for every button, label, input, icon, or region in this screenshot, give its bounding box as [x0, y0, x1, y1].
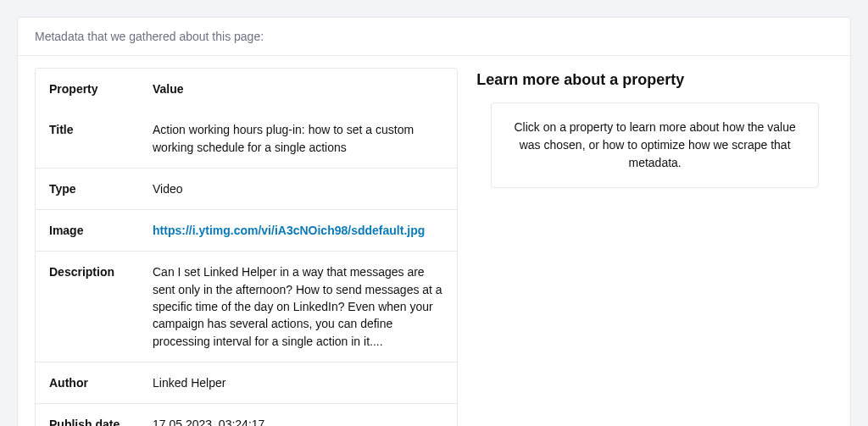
row-author-value: Linked Helper — [139, 362, 457, 404]
card-header-text: Metadata that we gathered about this pag… — [18, 18, 850, 56]
row-image-label: Image — [36, 210, 139, 252]
row-publish-value: 17.05.2023, 03:24:17 — [139, 404, 457, 426]
row-description-label: Description — [36, 252, 139, 362]
row-type-value: Video — [139, 169, 457, 210]
col-property: Property — [36, 69, 139, 109]
col-value: Value — [139, 69, 457, 109]
card-body: Property Value Title Action working hour… — [18, 56, 850, 426]
row-title-label: Title — [36, 109, 139, 169]
row-author-label: Author — [36, 362, 139, 404]
table-header-row: Property Value — [36, 69, 457, 109]
row-type[interactable]: Type Video — [36, 169, 457, 210]
sidebar: Learn more about a property Click on a p… — [476, 68, 833, 426]
sidebar-title: Learn more about a property — [476, 71, 833, 89]
row-image-link[interactable]: https://i.ytimg.com/vi/iA3cNOich98/sddef… — [153, 224, 425, 237]
metadata-card: Metadata that we gathered about this pag… — [17, 17, 851, 426]
row-publish-label: Publish date — [36, 404, 139, 426]
row-description-value: Can I set Linked Helper in a way that me… — [139, 252, 457, 362]
sidebar-hint: Click on a property to learn more about … — [491, 102, 819, 188]
row-title-value: Action working hours plug-in: how to set… — [139, 109, 457, 169]
metadata-table: Property Value Title Action working hour… — [35, 68, 458, 426]
row-description[interactable]: Description Can I set Linked Helper in a… — [36, 252, 457, 362]
row-image[interactable]: Image https://i.ytimg.com/vi/iA3cNOich98… — [36, 210, 457, 252]
row-publish[interactable]: Publish date 17.05.2023, 03:24:17 — [36, 404, 457, 426]
row-title[interactable]: Title Action working hours plug-in: how … — [36, 109, 457, 169]
row-author[interactable]: Author Linked Helper — [36, 362, 457, 404]
metadata-table-wrapper: Property Value Title Action working hour… — [35, 68, 458, 426]
row-type-label: Type — [36, 169, 139, 210]
